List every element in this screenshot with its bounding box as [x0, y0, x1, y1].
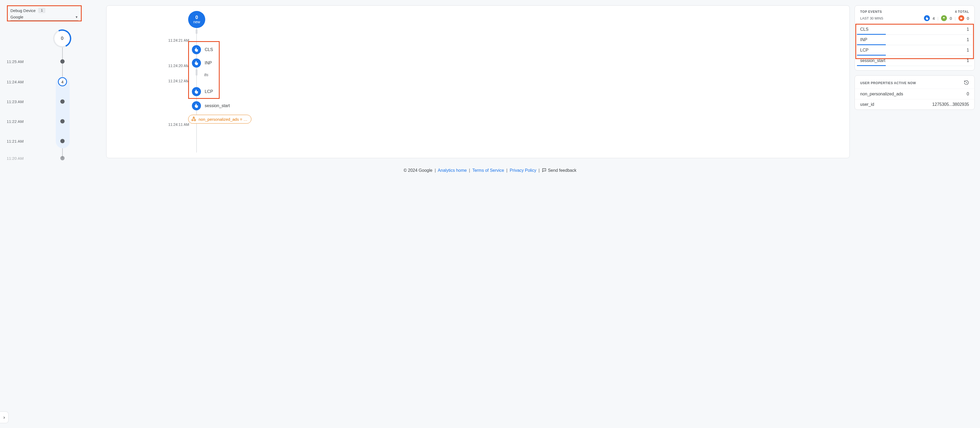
chevron-down-icon: ▼ — [75, 15, 78, 19]
top-event-row[interactable]: LCP 1 — [857, 45, 972, 56]
top-event-count: 1 — [967, 37, 969, 42]
minute-selected-ring[interactable]: 4 — [58, 77, 67, 86]
touch-icon — [192, 101, 201, 110]
top-event-count: 1 — [967, 27, 969, 32]
minute-timeline: 0 11:25 AM 11:24 AM 4 11:23 AM 11:22 AM … — [28, 25, 76, 158]
event-name: INP — [205, 61, 212, 65]
top-events-card: TOP EVENTS 4 TOTAL LAST 30 MINS 4 | 0 | … — [854, 5, 975, 70]
minute-label: 11:24 AM — [7, 80, 24, 84]
event-row-lcp[interactable]: LCP — [192, 87, 213, 96]
debug-device-selected: Google — [10, 15, 23, 19]
event-name: LCP — [205, 89, 213, 94]
touch-icon — [192, 87, 201, 96]
user-property-row[interactable]: user_id 1275305...3802935 — [855, 99, 974, 110]
event-timestamp: 11:24:11 AM — [168, 122, 189, 127]
send-feedback-link[interactable]: Send feedback — [548, 168, 576, 172]
debug-device-title: Debug Device — [10, 8, 35, 13]
stream-gap-marker — [196, 69, 197, 76]
minute-timeline-selection — [56, 77, 70, 148]
touch-icon — [192, 45, 201, 54]
top-events-subheader: LAST 30 MINS — [860, 16, 883, 20]
event-timestamp: 11:24:20 AM — [168, 64, 189, 68]
minute-dot[interactable] — [60, 156, 65, 160]
touch-icon — [924, 15, 930, 21]
event-name: session_start — [205, 104, 230, 108]
footer-link-analytics-home[interactable]: Analytics home — [438, 168, 467, 172]
top-event-row[interactable]: session_start 1 — [857, 56, 972, 66]
minute-dot[interactable] — [60, 99, 65, 104]
user-property-name: user_id — [860, 102, 874, 107]
new-events-bubble[interactable]: 0 new — [188, 11, 205, 28]
bug-count: 0 — [967, 16, 969, 21]
user-property-row[interactable]: non_personalized_ads 0 — [855, 89, 974, 99]
user-property-pill[interactable]: non_personalized_ads = … — [188, 115, 251, 124]
minute-label: 11:20 AM — [7, 156, 24, 161]
user-property-name: non_personalized_ads — [860, 92, 903, 96]
shapes-icon — [191, 116, 196, 122]
minute-label: 11:22 AM — [7, 119, 24, 124]
event-timestamp: 11:24:21 AM — [168, 38, 189, 43]
user-properties-header: USER PROPERTIES ACTIVE NOW — [860, 81, 916, 85]
debug-device-selector-highlight: Debug Device 1 Google ▼ — [7, 5, 82, 21]
flag-icon — [941, 15, 947, 21]
minute-dot[interactable] — [60, 139, 65, 143]
event-name: CLS — [205, 47, 213, 52]
event-row-cls[interactable]: CLS — [192, 45, 213, 54]
minute-dot[interactable] — [60, 59, 65, 64]
top-event-name: LCP — [860, 48, 869, 53]
debug-device-dropdown[interactable]: Google ▼ — [10, 13, 78, 21]
top-events-total: 4 TOTAL — [955, 10, 969, 14]
bug-icon — [958, 15, 964, 21]
feedback-icon — [542, 168, 548, 172]
top-event-count: 1 — [967, 58, 969, 63]
footer-link-tos[interactable]: Terms of Service — [473, 168, 504, 172]
touch-count: 4 — [932, 16, 935, 21]
user-property-value: 0 — [967, 92, 969, 96]
timeline-head-counter[interactable]: 0 — [54, 30, 70, 46]
top-event-name: INP — [860, 37, 867, 42]
svg-rect-1 — [194, 120, 196, 121]
minute-label: 11:21 AM — [7, 139, 24, 144]
flag-count: 0 — [950, 16, 952, 21]
event-row-inp[interactable]: INP — [192, 59, 212, 68]
event-stream-card: 0 new 11:24:21 AM CLS INP 11:24:20 AM 8s… — [106, 5, 850, 158]
stream-gap-label: 8s — [204, 72, 208, 77]
top-events-header: TOP EVENTS — [860, 10, 882, 14]
minute-label: 11:23 AM — [7, 99, 24, 104]
history-icon[interactable] — [964, 80, 969, 86]
svg-point-0 — [192, 120, 193, 121]
top-event-row[interactable]: INP 1 — [857, 35, 972, 45]
event-timestamp: 11:24:12 AM — [168, 79, 189, 83]
event-row-session-start[interactable]: session_start — [192, 101, 230, 110]
top-event-count: 1 — [967, 48, 969, 53]
footer-copyright: © 2024 Google — [404, 168, 432, 172]
minute-label: 11:25 AM — [7, 59, 24, 64]
stream-gap-marker — [196, 29, 197, 34]
minute-dot[interactable] — [60, 119, 65, 123]
user-property-value: 1275305...3802935 — [932, 102, 969, 107]
touch-icon — [192, 59, 201, 68]
user-properties-card: USER PROPERTIES ACTIVE NOW non_personali… — [854, 75, 975, 110]
page-footer: © 2024 Google | Analytics home | Terms o… — [5, 163, 975, 179]
top-event-bar — [857, 65, 886, 66]
top-event-name: session_start — [860, 58, 885, 63]
top-event-row[interactable]: CLS 1 — [857, 24, 972, 35]
user-property-text: non_personalized_ads = … — [199, 117, 247, 121]
top-event-name: CLS — [860, 27, 869, 32]
footer-link-privacy[interactable]: Privacy Policy — [510, 168, 536, 172]
debug-device-count-badge: 1 — [38, 8, 45, 13]
